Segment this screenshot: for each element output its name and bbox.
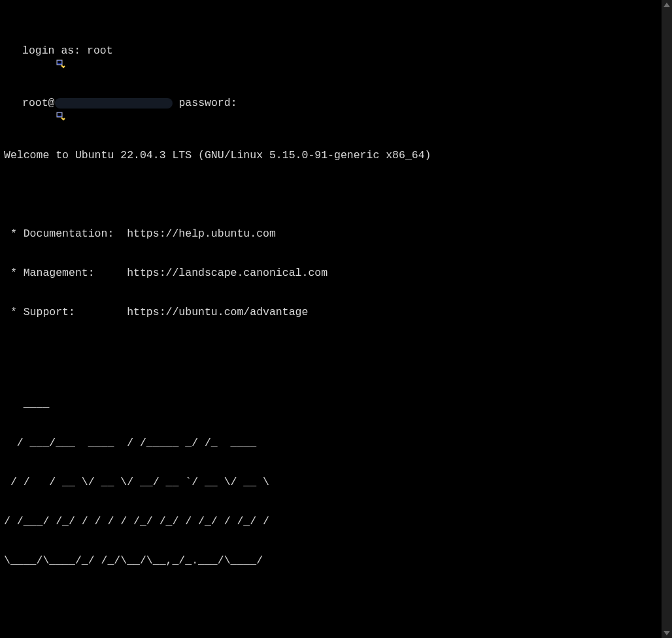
terminal-window: login as: root root@ password: Welcome t…: [0, 0, 672, 638]
scroll-up-icon[interactable]: [664, 3, 670, 7]
spacer: [173, 97, 179, 110]
svg-rect-3: [58, 113, 61, 116]
redacted-hostname: [55, 98, 173, 109]
ascii-l4: / /___/ /_/ / / / / /_/ /_/ / /_/ / /_/ …: [4, 515, 269, 528]
ascii-l3: / / / __ \/ __ \/ __/ __ `/ __ \/ __ \: [4, 476, 269, 489]
motd-welcome-text: Welcome to Ubuntu 22.04.3 LTS (GNU/Linux…: [4, 149, 431, 162]
ascii-l2: / ___/___ ____ / /_____ _/ /_ ____: [4, 437, 256, 450]
ascii-l1: ____: [4, 397, 49, 411]
ascii-art-line: \____/\____/_/ /_/\__/\__,_/_.___/\____/: [4, 554, 662, 567]
password-host-prefix: root@: [22, 97, 55, 110]
ascii-art-line: / ___/___ ____ / /_____ _/ /_ ____: [4, 437, 662, 450]
ascii-art-line: / /___/ /_/ / / / / /_/ /_/ / /_/ / /_/ …: [4, 515, 662, 528]
blank-line: [4, 607, 662, 620]
motd-sup-text: * Support: https://ubuntu.com/advantage: [4, 306, 308, 319]
motd-mgmt-text: * Management: https://landscape.canonica…: [4, 267, 328, 280]
login-as-line: login as: root: [4, 44, 662, 58]
putty-icon: [4, 98, 14, 109]
ascii-art-line: / / / __ \/ __ \/ __/ __ `/ __ \/ __ \: [4, 476, 662, 489]
blank-line: [4, 188, 662, 201]
motd-doc-link: * Documentation: https://help.ubuntu.com: [4, 227, 662, 241]
scroll-down-icon[interactable]: [664, 631, 670, 635]
spacer: [80, 44, 87, 58]
putty-icon: [4, 46, 14, 56]
motd-mgmt-link: * Management: https://landscape.canonica…: [4, 267, 662, 280]
motd-sup-link: * Support: https://ubuntu.com/advantage: [4, 306, 662, 319]
terminal-output[interactable]: login as: root root@ password: Welcome t…: [0, 0, 662, 638]
ascii-l5: \____/\____/_/ /_/\__/\__,_/_.___/\____/: [4, 554, 263, 567]
ascii-art-line: ____: [4, 397, 662, 411]
scrollbar[interactable]: [662, 0, 672, 638]
motd-welcome: Welcome to Ubuntu 22.04.3 LTS (GNU/Linux…: [4, 149, 662, 162]
motd-doc-text: * Documentation: https://help.ubuntu.com: [4, 227, 276, 241]
password-line: root@ password:: [4, 97, 662, 110]
svg-rect-1: [58, 61, 61, 63]
password-label: password:: [178, 97, 237, 110]
blank-line: [4, 345, 662, 358]
login-as-label: login as:: [22, 44, 80, 58]
login-user: root: [87, 44, 113, 58]
